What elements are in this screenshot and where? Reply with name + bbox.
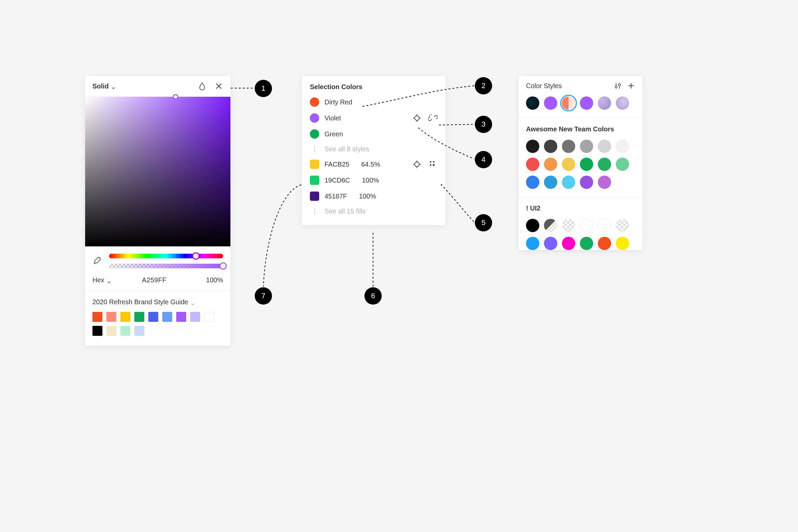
hue-handle[interactable] bbox=[192, 252, 200, 260]
style-circle-selected[interactable] bbox=[562, 96, 575, 110]
color-mode-dropdown[interactable]: Hex bbox=[92, 276, 111, 284]
color-styles-header: Color Styles bbox=[519, 76, 642, 95]
style-circle[interactable] bbox=[580, 237, 593, 250]
style-row-dirty-red[interactable]: Dirty Red bbox=[302, 94, 445, 110]
fill-hex: 19CD6C bbox=[324, 176, 350, 184]
see-all-fills[interactable]: See all 15 fills bbox=[302, 204, 445, 218]
swatch[interactable] bbox=[134, 326, 144, 336]
svg-point-1 bbox=[415, 162, 419, 167]
style-circle[interactable] bbox=[562, 175, 575, 189]
fill-row-1[interactable]: 19CD6C 100% bbox=[302, 172, 445, 188]
eyedropper-icon[interactable] bbox=[92, 256, 102, 266]
style-circle[interactable] bbox=[598, 96, 611, 110]
fill-type-dropdown[interactable]: Solid bbox=[92, 82, 115, 90]
style-circle[interactable] bbox=[526, 219, 539, 232]
create-style-icon[interactable] bbox=[428, 159, 438, 169]
svg-point-0 bbox=[415, 116, 419, 120]
color-square bbox=[310, 175, 319, 185]
hex-input[interactable]: A259FF bbox=[132, 276, 167, 284]
color-field[interactable] bbox=[85, 97, 230, 246]
plus-icon[interactable] bbox=[627, 82, 635, 90]
opacity-input[interactable]: 100% bbox=[206, 276, 223, 284]
swatch[interactable] bbox=[190, 312, 200, 322]
style-circle[interactable] bbox=[598, 237, 611, 250]
chevron-down-icon bbox=[111, 84, 115, 88]
swatch[interactable] bbox=[134, 312, 144, 322]
style-circle[interactable] bbox=[580, 96, 593, 110]
swatch[interactable] bbox=[120, 326, 130, 336]
color-handle[interactable] bbox=[173, 94, 178, 99]
svg-point-6 bbox=[619, 84, 621, 86]
more-icon bbox=[310, 208, 319, 214]
style-circle[interactable] bbox=[616, 158, 629, 171]
see-all-styles[interactable]: See all 8 styles bbox=[302, 142, 445, 156]
swatch[interactable] bbox=[107, 326, 116, 336]
style-circle[interactable] bbox=[526, 175, 539, 189]
swatch[interactable] bbox=[162, 312, 172, 322]
swatch[interactable] bbox=[92, 326, 102, 336]
style-circle[interactable] bbox=[616, 237, 629, 250]
group-label: Awesome New Team Colors bbox=[519, 118, 642, 138]
style-circle[interactable] bbox=[598, 140, 611, 153]
style-circle[interactable] bbox=[562, 219, 575, 232]
unlink-icon[interactable] bbox=[428, 113, 438, 123]
style-row-green[interactable]: Green bbox=[302, 126, 445, 142]
color-styles-title: Color Styles bbox=[526, 82, 608, 90]
style-circle[interactable] bbox=[616, 96, 629, 110]
blend-mode-icon[interactable] bbox=[198, 82, 207, 91]
style-circle[interactable] bbox=[580, 219, 593, 232]
style-name: Violet bbox=[324, 114, 341, 122]
style-circle[interactable] bbox=[580, 158, 593, 171]
style-circle[interactable] bbox=[598, 175, 611, 189]
group-label: ! UI2 bbox=[519, 197, 642, 217]
close-icon[interactable] bbox=[214, 82, 223, 91]
style-circle[interactable] bbox=[544, 219, 557, 232]
fill-opacity: 100% bbox=[362, 176, 379, 184]
sliders-icon[interactable] bbox=[614, 82, 622, 90]
style-circle[interactable] bbox=[544, 175, 557, 189]
style-circle[interactable] bbox=[562, 237, 575, 250]
swatch[interactable] bbox=[120, 312, 130, 322]
color-square bbox=[310, 191, 319, 201]
target-icon[interactable] bbox=[412, 159, 422, 169]
target-icon[interactable] bbox=[412, 113, 422, 123]
style-circle[interactable] bbox=[598, 219, 611, 232]
style-circle[interactable] bbox=[616, 140, 629, 153]
style-circle[interactable] bbox=[526, 96, 539, 110]
style-circle[interactable] bbox=[562, 158, 575, 171]
style-circle[interactable] bbox=[544, 237, 557, 250]
swatch[interactable] bbox=[148, 312, 158, 322]
style-circle[interactable] bbox=[562, 140, 575, 153]
svg-point-4 bbox=[430, 164, 432, 166]
style-circle[interactable] bbox=[580, 175, 593, 189]
style-circle[interactable] bbox=[580, 140, 593, 153]
swatch[interactable] bbox=[204, 312, 214, 322]
hue-slider[interactable] bbox=[109, 254, 223, 258]
style-circle[interactable] bbox=[616, 219, 629, 232]
swatch[interactable] bbox=[92, 312, 102, 322]
swatch[interactable] bbox=[176, 312, 186, 322]
color-picker-panel: Solid bbox=[85, 76, 230, 346]
library-dropdown[interactable]: 2020 Refresh Brand Style Guide bbox=[92, 298, 223, 306]
alpha-handle[interactable] bbox=[220, 262, 227, 270]
style-circle[interactable] bbox=[526, 237, 539, 250]
fill-row-0[interactable]: FACB25 64.5% bbox=[302, 156, 445, 172]
svg-point-3 bbox=[433, 161, 435, 163]
slider-section bbox=[85, 246, 230, 268]
callout-2: 2 bbox=[475, 77, 492, 94]
style-circle[interactable] bbox=[526, 158, 539, 171]
color-mode-label: Hex bbox=[92, 276, 104, 284]
fill-hex: 45187F bbox=[324, 192, 347, 200]
selection-colors-panel: Selection Colors Dirty Red Violet Green … bbox=[302, 76, 445, 225]
swatch[interactable] bbox=[107, 312, 116, 322]
alpha-slider[interactable] bbox=[109, 264, 223, 268]
style-circle[interactable] bbox=[544, 140, 557, 153]
fill-hex: FACB25 bbox=[324, 160, 349, 168]
fill-type-label: Solid bbox=[92, 82, 109, 90]
style-row-violet[interactable]: Violet bbox=[302, 110, 445, 126]
style-circle[interactable] bbox=[598, 158, 611, 171]
style-circle[interactable] bbox=[544, 96, 557, 110]
style-circle[interactable] bbox=[526, 140, 539, 153]
style-circle[interactable] bbox=[544, 158, 557, 171]
fill-row-2[interactable]: 45187F 100% bbox=[302, 188, 445, 204]
